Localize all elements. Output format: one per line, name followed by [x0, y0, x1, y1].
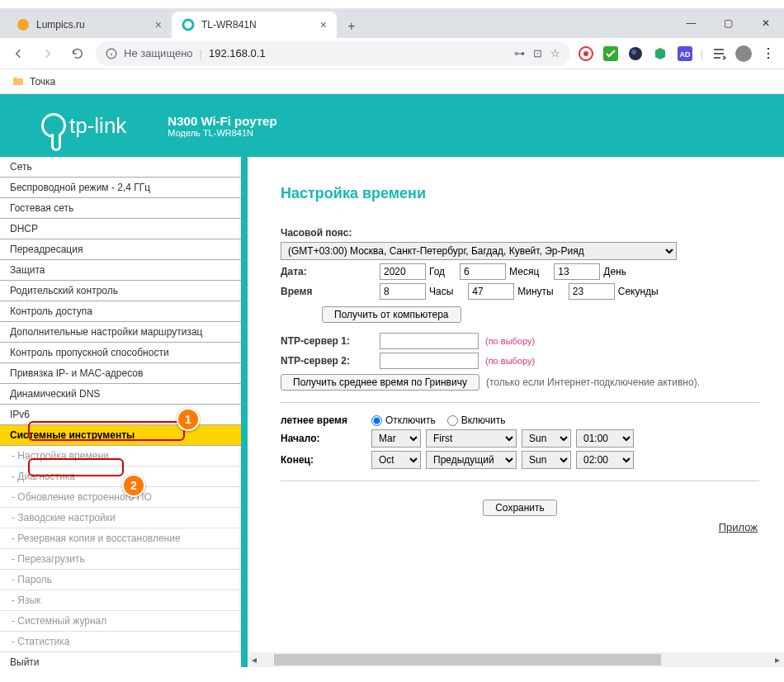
- ntp2-label: NTP-сервер 2:: [281, 355, 380, 367]
- app-link[interactable]: Прилож: [281, 521, 759, 533]
- end-week[interactable]: Предыдущий: [426, 451, 517, 469]
- sidebar-item-ipv6[interactable]: IPv6: [0, 405, 241, 425]
- sidebar-item-network[interactable]: Сеть: [0, 157, 241, 178]
- tz-select[interactable]: (GMT+03:00) Москва, Санкт-Петербург, Баг…: [281, 242, 677, 260]
- profile-avatar[interactable]: [734, 45, 753, 63]
- sec-input[interactable]: [569, 283, 615, 300]
- ntp2-input[interactable]: [380, 353, 479, 369]
- back-button[interactable]: [7, 42, 30, 65]
- close-icon[interactable]: ×: [155, 18, 162, 31]
- minimize-button[interactable]: —: [673, 8, 710, 38]
- sidebar-sub-reboot[interactable]: - Перезагрузить: [0, 549, 241, 570]
- start-time[interactable]: 01:00: [576, 429, 634, 448]
- ext-opera-icon[interactable]: [577, 45, 595, 63]
- tab-lumpics[interactable]: Lumpics.ru ×: [7, 12, 172, 38]
- sidebar-item-bandwidth[interactable]: Контроль пропускной способности: [0, 343, 241, 363]
- hour-unit: Часы: [429, 286, 453, 297]
- sidebar-item-access[interactable]: Контроль доступа: [0, 301, 241, 322]
- reading-list-icon[interactable]: [710, 45, 728, 63]
- ntp1-input[interactable]: [380, 333, 479, 349]
- end-label: Конец:: [281, 454, 371, 466]
- scroll-left-icon[interactable]: ◂: [248, 653, 261, 666]
- folder-icon: [12, 75, 25, 88]
- tab-router[interactable]: TL-WR841N ×: [172, 12, 337, 38]
- sidebar-item-exit[interactable]: Выйти: [0, 652, 241, 667]
- divider: [281, 481, 759, 481]
- maximize-button[interactable]: ▢: [710, 8, 747, 38]
- sidebar-item-systools[interactable]: Системные инструменты: [0, 425, 241, 446]
- svg-text:AD: AD: [679, 50, 690, 59]
- sidebar-item-dhcp[interactable]: DHCP: [0, 219, 241, 239]
- tz-label: Часовой пояс:: [281, 227, 380, 239]
- start-month[interactable]: Mar: [371, 429, 421, 448]
- end-day[interactable]: Sun: [522, 451, 571, 469]
- favicon-lumpics: [17, 18, 30, 31]
- key-icon[interactable]: ⊶: [514, 47, 525, 59]
- forward-button[interactable]: [36, 42, 59, 65]
- sidebar-sub-diag[interactable]: - Диагностика: [0, 467, 241, 487]
- start-day[interactable]: Sun: [522, 429, 571, 448]
- url-text: 192.168.0.1: [209, 47, 266, 59]
- sidebar-sub-stats[interactable]: - Статистика: [0, 632, 241, 652]
- save-button[interactable]: Сохранить: [483, 500, 557, 516]
- ext-globe-icon[interactable]: [626, 45, 645, 63]
- time-label: Время: [281, 286, 380, 297]
- start-label: Начало:: [281, 433, 371, 444]
- scroll-right-icon[interactable]: ▸: [771, 653, 784, 666]
- ext-check-icon[interactable]: [602, 45, 620, 63]
- sidebar-sub-lang[interactable]: - Язык: [0, 590, 241, 611]
- ext-cube-icon[interactable]: [651, 45, 669, 63]
- sidebar-item-wireless[interactable]: Беспроводной режим - 2,4 ГГц: [0, 178, 241, 198]
- bookmark-item[interactable]: Точка: [30, 76, 55, 88]
- ext-ad-icon[interactable]: AD: [676, 45, 694, 63]
- main-panel: Настройка времени Часовой пояс: (GMT+03:…: [248, 157, 784, 667]
- bookmarks-bar: Точка: [0, 69, 784, 94]
- sidebar-sub-time[interactable]: - Настройка времени: [0, 446, 241, 467]
- menu-button[interactable]: ⋮: [759, 45, 777, 63]
- sidebar-sub-firmware[interactable]: - Обновление встроенного ПО: [0, 487, 241, 508]
- info-icon: [106, 48, 117, 59]
- sidebar-item-parental[interactable]: Родительский контроль: [0, 281, 241, 301]
- annotation-badge-1: 1: [177, 408, 200, 431]
- sidebar-item-ddns[interactable]: Динамический DNS: [0, 384, 241, 405]
- year-input[interactable]: [380, 263, 426, 280]
- hour-input[interactable]: [380, 283, 426, 300]
- translate-icon[interactable]: ⊡: [533, 47, 542, 59]
- get-from-pc-button[interactable]: Получить от компьютера: [322, 306, 461, 323]
- svg-point-0: [17, 19, 29, 31]
- sidebar-item-forwarding[interactable]: Переадресация: [0, 239, 241, 260]
- sidebar-item-routing[interactable]: Дополнительные настройки маршрутизац: [0, 322, 241, 343]
- router-banner: tp-link N300 Wi-Fi роутер Модель TL-WR84…: [0, 94, 784, 157]
- ntp2-opt: (по выбору): [485, 356, 535, 366]
- annotation-badge-2: 2: [122, 474, 145, 497]
- sidebar-item-ipmac[interactable]: Привязка IP- и MAC-адресов: [0, 363, 241, 384]
- day-input[interactable]: [554, 263, 600, 280]
- banner-model: Модель TL-WR841N: [168, 128, 276, 138]
- sidebar-sub-backup[interactable]: - Резервная копия и восстановление: [0, 528, 241, 549]
- sidebar-sub-password[interactable]: - Пароль: [0, 570, 241, 590]
- new-tab-button[interactable]: +: [340, 15, 363, 38]
- min-input[interactable]: [468, 283, 514, 300]
- end-time[interactable]: 02:00: [576, 451, 634, 469]
- sidebar-item-guest[interactable]: Гостевая сеть: [0, 198, 241, 219]
- close-icon[interactable]: ×: [320, 18, 327, 31]
- year-unit: Год: [429, 266, 445, 277]
- sec-unit: Секунды: [618, 286, 659, 297]
- star-icon[interactable]: ☆: [550, 47, 560, 59]
- close-window-button[interactable]: ✕: [747, 8, 784, 38]
- month-input[interactable]: [460, 263, 506, 280]
- start-week[interactable]: First: [426, 429, 517, 448]
- sidebar-sub-factory[interactable]: - Заводские настройки: [0, 508, 241, 528]
- reload-button[interactable]: [66, 42, 89, 65]
- get-gmt-button[interactable]: Получить среднее время по Гринвичу: [281, 374, 479, 391]
- sidebar-sub-syslog[interactable]: - Системный журнал: [0, 611, 241, 632]
- sidebar-item-security[interactable]: Защита: [0, 260, 241, 281]
- ntp1-label: NTP-сервер 1:: [281, 335, 380, 347]
- address-bar: Не защищено | 192.168.0.1 ⊶ ⊡ ☆ AD | ⋮: [0, 38, 784, 69]
- dst-off-radio[interactable]: Отключить: [371, 414, 436, 426]
- dst-on-radio[interactable]: Включить: [447, 414, 506, 426]
- horizontal-scrollbar[interactable]: ◂ ▸: [248, 652, 784, 667]
- page-title: Настройка времени: [281, 185, 759, 202]
- end-month[interactable]: Oct: [371, 451, 421, 469]
- url-field[interactable]: Не защищено | 192.168.0.1 ⊶ ⊡ ☆: [96, 41, 570, 66]
